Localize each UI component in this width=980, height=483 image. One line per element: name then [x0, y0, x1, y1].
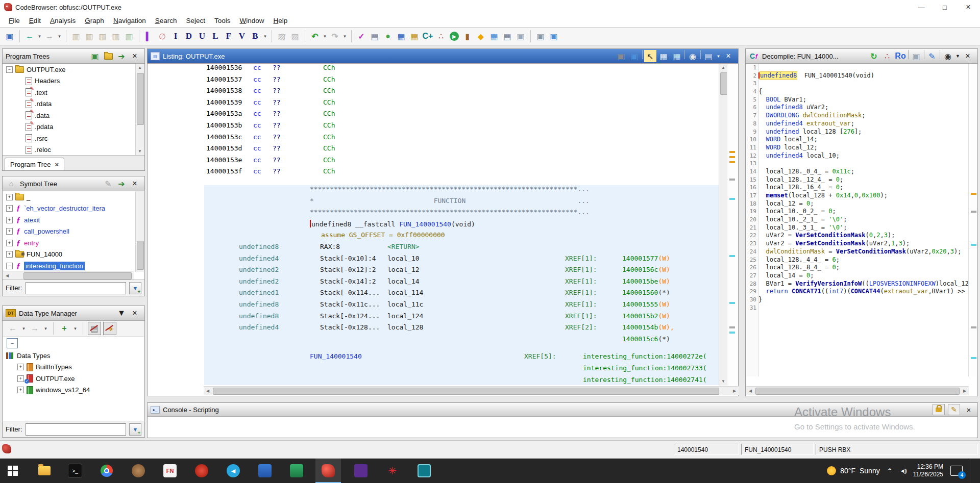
close-icon[interactable]: × [129, 307, 141, 319]
decompiler-line[interactable]: undefined4 extraout_var; [758, 120, 969, 128]
decompiler-line[interactable]: local_128._16_4_ = 0; [758, 184, 969, 192]
apply-void-icon[interactable]: V [236, 30, 248, 42]
decompiler-line[interactable] [758, 160, 969, 168]
data-type-item[interactable]: +OUTPUT.exe [3, 373, 144, 385]
show-desktop-button[interactable] [970, 459, 973, 483]
menu-edit[interactable]: Edit [24, 15, 45, 26]
data-type-item[interactable]: +windows_vs12_64 [3, 385, 144, 396]
listing-row[interactable]: 14000153ecc??CCh [148, 156, 730, 168]
function-variable-row[interactable]: undefined8RAX:8<RETURN> [204, 243, 719, 255]
listing-header[interactable]: ▤ Listing: OUTPUT.exe ▣▣↖▦▦◉▤▾× [148, 49, 738, 64]
back-menu-caret[interactable]: ▾ [37, 30, 42, 42]
program-tree-item[interactable]: .reloc [3, 144, 133, 156]
marker-tick[interactable] [729, 179, 735, 181]
decompiler-line[interactable] [758, 64, 969, 72]
tree-expander[interactable]: + [6, 194, 13, 200]
function-variable-row[interactable]: undefined8Stack[-0x11c...local_11cXREF[1… [204, 300, 719, 312]
edit-icon[interactable]: ✎ [926, 50, 938, 62]
redo-caret[interactable]: ▾ [342, 30, 348, 42]
marker-tick[interactable] [971, 357, 976, 359]
marker-tick[interactable] [729, 198, 735, 200]
listing-row[interactable]: 140001539cc??CCh [148, 98, 730, 110]
undo-caret[interactable]: ▾ [322, 30, 328, 42]
program-tree-item[interactable]: .data [3, 110, 133, 121]
chrome-icon[interactable] [94, 459, 119, 483]
program-trees-header[interactable]: Program Trees ▣➔× [3, 49, 144, 64]
edit-disabled-icon[interactable]: ✎ [102, 177, 114, 190]
minimize-button[interactable]: — [910, 0, 933, 14]
function-variable-row[interactable]: undefined8Stack[-0x124...local_124XREF[1… [204, 312, 719, 324]
marker-tick[interactable] [971, 211, 976, 213]
tool-disabled-icon-2[interactable]: ▨ [289, 30, 301, 42]
data-type-item[interactable]: +BuiltInTypes [3, 362, 144, 373]
cpp-class-icon[interactable]: C+ [422, 30, 434, 42]
decompiler-line[interactable]: local_128._8_4_ = 0; [758, 264, 969, 272]
undo-icon[interactable]: ↶ [309, 30, 321, 42]
close-icon[interactable]: × [722, 50, 734, 62]
program-tree-item[interactable]: −OUTPUT.exe [3, 64, 133, 75]
ghidra-taskbar-icon[interactable] [315, 459, 341, 483]
collapse-all-icon[interactable]: − [7, 338, 18, 348]
tree-expander[interactable]: − [6, 66, 13, 73]
decompiler-line[interactable]: undefined8 FUN_140001540(void) [758, 72, 969, 80]
clear-code-icon[interactable]: ∅ [156, 30, 168, 42]
listing-row[interactable]: 140001538cc??CCh [148, 87, 730, 98]
clock[interactable]: 12:36 PM 11/26/2025 [913, 463, 943, 478]
symbol-tree-vscrollbar[interactable] [135, 191, 144, 272]
decompiler-line[interactable]: WORD local_12; [758, 144, 969, 152]
marker-tick[interactable] [729, 332, 735, 334]
program-tree-item[interactable]: .pdata [3, 121, 133, 133]
symbol-tree-item[interactable]: +ƒatexit [3, 214, 133, 226]
program-tree-item[interactable]: .text [3, 87, 133, 98]
decompiler-line[interactable]: local_10._2_1_ = '\0'; [758, 216, 969, 224]
tree-expander[interactable]: + [17, 387, 24, 393]
marker-tick[interactable] [729, 156, 735, 158]
dtm-header[interactable]: DT Data Type Manager ▼× [3, 306, 144, 321]
listing-hscrollbar[interactable]: ◀▶ [204, 386, 739, 395]
listing-row[interactable]: 14000153acc??CCh [148, 110, 730, 121]
panel-caret[interactable]: ▼ [955, 50, 961, 62]
table-blue-icon[interactable]: ▦ [395, 30, 407, 42]
file-explorer-icon[interactable] [32, 459, 57, 483]
menu-graph[interactable]: Graph [80, 15, 109, 26]
tree-expander[interactable]: + [6, 228, 13, 235]
decompiler-line[interactable]: dwlConditionMask = VerSetConditionMask(u… [758, 248, 969, 256]
marker-tick[interactable] [971, 326, 976, 328]
validate-icon[interactable]: ✓ [355, 30, 368, 42]
back-icon[interactable]: ← [23, 30, 36, 42]
decompiler-header[interactable]: Cƒ Decompile: FUN_14000... ↻∴Ro▣✎◉▼× [746, 49, 977, 64]
function-name[interactable]: FUN_140001540 [399, 220, 451, 228]
decompiler-line[interactable]: local_128._12_4_ = 0; [758, 176, 969, 184]
decompiler-line[interactable]: uVar2 = VerSetConditionMask(0,2,3); [758, 232, 969, 240]
menu-file[interactable]: File [4, 15, 24, 26]
app-purple-icon[interactable] [348, 459, 374, 483]
decompiler-line[interactable]: { [758, 88, 969, 96]
program-tree-item[interactable]: .rsrc [3, 133, 133, 144]
decompiler-line[interactable]: uVar2 = VerSetConditionMask(uVar2,1,3); [758, 240, 969, 248]
snapshot-camera-icon[interactable]: ◉ [687, 50, 699, 62]
panel-caret[interactable]: ▾ [716, 50, 721, 62]
decompiler-line[interactable]: DWORDLONG dwlConditionMask; [758, 112, 969, 120]
tree-expander[interactable]: + [6, 217, 13, 223]
app-red-icon[interactable] [189, 459, 214, 483]
expand-block-icon[interactable]: ▥ [83, 30, 95, 42]
close-icon[interactable]: × [129, 177, 141, 190]
function-variable-row[interactable]: undefined1Stack[-0x114...local_114XREF[1… [204, 289, 719, 300]
symbol-tree-item[interactable]: −ƒinteresting_function [3, 260, 133, 272]
export-symbol-icon[interactable]: ➔ [115, 177, 128, 190]
decompiler-line[interactable]: BVar1 = VerifyVersionInfoW((LPOSVERSIONI… [758, 280, 969, 288]
listing-marker-margin[interactable] [727, 64, 738, 386]
app-teal-window-icon[interactable] [411, 459, 437, 483]
new-tree-icon[interactable]: ▣ [89, 50, 101, 62]
run-script-icon[interactable]: ▶ [450, 32, 459, 41]
bookmark-book-icon[interactable]: ▮ [461, 30, 474, 42]
dtm-filter-input[interactable] [26, 423, 127, 436]
apply-int-icon[interactable]: I [169, 30, 182, 42]
cursor-arrow-icon[interactable]: ↖ [644, 50, 656, 62]
symbol-tree-item[interactable]: +_ [3, 191, 133, 203]
decompiler-line[interactable] [758, 80, 969, 88]
decompiler-line[interactable]: WORD local_14; [758, 136, 969, 144]
listing-row[interactable]: 14000153fcc??CCh [148, 167, 730, 179]
app-green-icon[interactable] [284, 459, 309, 483]
listing-row[interactable]: 14000153ccc??CCh [148, 133, 730, 145]
